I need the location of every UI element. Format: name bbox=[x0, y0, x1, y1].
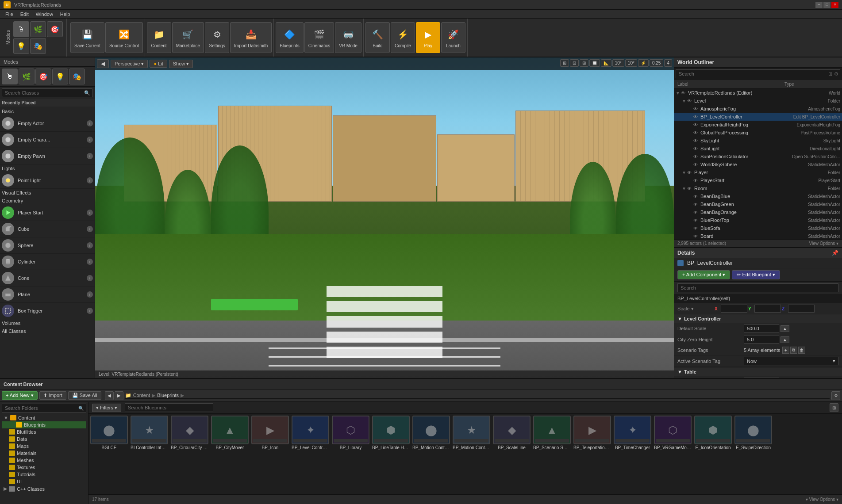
category-lights[interactable]: Lights bbox=[0, 164, 95, 172]
folder-blutilities[interactable]: Blutilities bbox=[2, 428, 86, 435]
placement-item-sphere[interactable]: Sphere i bbox=[0, 237, 95, 254]
folder-textures[interactable]: Textures bbox=[2, 464, 86, 471]
folder-ui[interactable]: UI bbox=[2, 478, 86, 485]
box-trigger-info[interactable]: i bbox=[87, 308, 93, 314]
mode-btn-geometry[interactable]: 🎭 bbox=[69, 69, 85, 84]
vp-ctrl-btn4[interactable]: 🔲 bbox=[589, 59, 600, 67]
build-button[interactable]: 🔨 Build bbox=[365, 22, 390, 53]
folder-content-root[interactable]: ▼ Content bbox=[2, 414, 86, 421]
blueprints-button[interactable]: 🔷 Blueprints bbox=[276, 22, 303, 53]
import-datasmith-button[interactable]: 📥 Import Datasmith bbox=[230, 22, 272, 53]
placement-item-box-trigger[interactable]: Box Trigger i bbox=[0, 303, 95, 319]
content-item[interactable]: ⬡ BP_VRGameMode bbox=[654, 416, 692, 493]
category-all-classes[interactable]: All Classes bbox=[0, 327, 95, 335]
breadcrumb-content[interactable]: Content bbox=[133, 393, 150, 398]
folder-blueprints[interactable]: Blueprints bbox=[2, 421, 86, 428]
folder-meshes[interactable]: Meshes bbox=[2, 457, 86, 464]
content-item[interactable]: ▲ BP_Scenario Switcher bbox=[533, 416, 571, 493]
add-component-button[interactable]: + Add Component ▾ bbox=[677, 270, 730, 279]
category-volumes[interactable]: Volumes bbox=[0, 319, 95, 327]
outliner-item[interactable]: ▼ 👁 Level Folder bbox=[674, 97, 842, 105]
import-button[interactable]: ⬆ Import bbox=[39, 391, 66, 400]
empty-char-info[interactable]: i bbox=[87, 137, 93, 143]
content-item[interactable]: ✦ BP_TimeChanger bbox=[614, 416, 651, 493]
scale-y-input[interactable]: 1.0 bbox=[754, 305, 781, 313]
outliner-item[interactable]: 👁 BeanBagGreen StaticMeshActor bbox=[674, 200, 842, 208]
content-item[interactable]: ⬤ E_SwipeDirection bbox=[734, 416, 772, 493]
menu-file[interactable]: File bbox=[2, 11, 17, 18]
placement-item-empty-pawn[interactable]: Empty Pawn i bbox=[0, 148, 95, 164]
category-visual-effects[interactable]: Visual Effects bbox=[0, 189, 95, 197]
vp-ctrl-btn5[interactable]: 📐 bbox=[601, 59, 611, 67]
outliner-item[interactable]: 👁 ExponentialHeightFog ExponentialHeight… bbox=[674, 121, 842, 129]
vp-ctrl-btn2[interactable]: ⊡ bbox=[570, 59, 579, 67]
perspective-btn[interactable]: Perspective ▾ bbox=[111, 60, 148, 68]
outliner-search-input[interactable] bbox=[676, 69, 840, 78]
table-section-header[interactable]: ▼ Table bbox=[674, 367, 842, 376]
compile-button[interactable]: ⚡ Compile bbox=[391, 22, 415, 53]
scale-x-input[interactable]: 1.0 bbox=[721, 305, 747, 313]
filters-button[interactable]: ▾ Filters ▾ bbox=[92, 404, 121, 412]
folder-search-input[interactable] bbox=[2, 404, 86, 412]
folder-cpp[interactable]: ▶ C++ Classes bbox=[2, 485, 86, 493]
content-item[interactable]: ⬢ E_IconOrientation bbox=[694, 416, 732, 493]
category-geometry[interactable]: Geometry bbox=[0, 197, 95, 205]
menu-window[interactable]: Window bbox=[32, 11, 57, 18]
vp-scale-btn[interactable]: ⚡ bbox=[638, 59, 649, 67]
default-scale-up-btn[interactable]: ▲ bbox=[780, 325, 789, 332]
menu-edit[interactable]: Edit bbox=[17, 11, 32, 18]
placement-item-point-light[interactable]: Point Light i bbox=[0, 172, 95, 189]
nav-back-btn[interactable]: ◀ bbox=[105, 391, 114, 400]
settings-button[interactable]: ⚙ Settings bbox=[205, 22, 229, 53]
outliner-item[interactable]: 👁 PlayerStart PlayerStart bbox=[674, 176, 842, 184]
outliner-item[interactable]: 👁 BlueSofa StaticMeshActor bbox=[674, 224, 842, 232]
vp-ctrl-btn1[interactable]: ⊞ bbox=[560, 59, 569, 67]
outliner-item[interactable]: 👁 BeanBagOrange StaticMeshActor bbox=[674, 208, 842, 216]
content-item[interactable]: ▶ BP_Icon bbox=[251, 416, 289, 493]
outliner-item[interactable]: 👁 GlobalPostProcessing PostProcessVolume bbox=[674, 129, 842, 137]
category-basic[interactable]: Basic bbox=[0, 107, 95, 115]
array-add-btn[interactable]: + bbox=[782, 347, 789, 354]
content-item[interactable]: ✦ BP_Level Controller bbox=[292, 416, 329, 493]
outliner-item[interactable]: ▼ 👁 Player Folder bbox=[674, 168, 842, 176]
folder-maps[interactable]: Maps bbox=[2, 443, 86, 450]
content-item[interactable]: ⬤ BGLCE bbox=[90, 416, 128, 493]
placement-item-empty-char[interactable]: Empty Chara... i bbox=[0, 132, 95, 148]
outliner-item[interactable]: 👁 Board StaticMeshActor bbox=[674, 232, 842, 239]
search-blueprints-input[interactable] bbox=[125, 403, 213, 412]
breadcrumb-blueprints[interactable]: Blueprints bbox=[157, 393, 179, 398]
vp-val2-btn[interactable]: 4 bbox=[664, 59, 672, 67]
mode-mesh-paint-btn[interactable]: 💡 bbox=[13, 38, 29, 54]
minimize-button[interactable]: ─ bbox=[815, 2, 823, 8]
close-button[interactable]: ✕ bbox=[831, 2, 838, 8]
add-new-button[interactable]: + Add New ▾ bbox=[2, 391, 38, 400]
cb-settings-btn[interactable]: ⚙ bbox=[831, 391, 840, 400]
view-options-footer[interactable]: ▾ View Options ▾ bbox=[806, 497, 838, 502]
mode-select-btn[interactable]: 🖱 bbox=[13, 21, 29, 37]
player-start-info[interactable]: i bbox=[87, 210, 93, 216]
mode-landscape-btn[interactable]: 🌿 bbox=[30, 21, 46, 37]
content-item[interactable]: ▶ BP_Teleportation Target bbox=[573, 416, 611, 493]
point-light-info[interactable]: i bbox=[87, 177, 93, 183]
outliner-item[interactable]: 👁 BlueFloorTop StaticMeshActor bbox=[674, 216, 842, 224]
city-zero-height-input[interactable] bbox=[744, 336, 779, 344]
marketplace-button[interactable]: 🛒 Marketplace bbox=[172, 22, 204, 53]
cb-view-btn[interactable]: ⊞ bbox=[830, 403, 838, 412]
empty-actor-info[interactable]: i bbox=[87, 120, 93, 126]
city-zero-height-up-btn[interactable]: ▲ bbox=[780, 336, 789, 343]
vp-angle1-btn[interactable]: 10° bbox=[612, 59, 624, 67]
outliner-item[interactable]: 👁 SunPositionCalculator Open SunPosition… bbox=[674, 153, 842, 160]
cone-info[interactable]: i bbox=[87, 275, 93, 281]
nav-forward-btn[interactable]: ▶ bbox=[115, 391, 123, 400]
source-control-button[interactable]: 🔀 Source Control bbox=[105, 22, 143, 53]
show-btn[interactable]: Show ▾ bbox=[169, 60, 193, 68]
outliner-item[interactable]: 👁 AtmosphericFog AtmosphericFog bbox=[674, 105, 842, 113]
placement-item-cube[interactable]: Cube i bbox=[0, 221, 95, 237]
viewport[interactable]: ◀ Perspective ▾ ● Lit Show ▾ ⊞ ⊡ ⊞ 🔲 📐 bbox=[95, 57, 674, 378]
content-item[interactable]: ★ BLController Interactor Interface bbox=[131, 416, 168, 493]
placement-item-cone[interactable]: Cone i bbox=[0, 270, 95, 286]
folder-data[interactable]: Data bbox=[2, 435, 86, 443]
folder-tutorials[interactable]: Tutorials bbox=[2, 471, 86, 478]
outliner-item[interactable]: 👁 BP_LevelController Edit BP_LevelContro… bbox=[674, 113, 842, 121]
content-item[interactable]: ⬤ BP_Motion Controller bbox=[412, 416, 450, 493]
